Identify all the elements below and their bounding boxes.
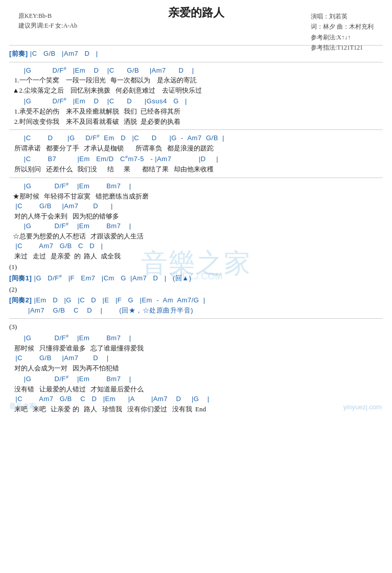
original-key: 原KEY:Bb-B bbox=[18, 11, 77, 21]
chorus-chord-2: |C G/B |Am7 D | bbox=[9, 201, 383, 211]
v1-chord-line-2: |G D/F# |Em D |C D |Gsus4 G | bbox=[9, 96, 383, 106]
section-3-a: |G D/F# |Em Bm7 | 那时候 只懂得爱谁最多 忘了谁最懂得爱我 |… bbox=[9, 333, 383, 373]
chorus-lyric-4: 来过 走过 是亲爱 的 路人 成全我 bbox=[9, 251, 383, 261]
interlude1-chords: [间奏1] |G D/F# |F Em7 |Cm G |Am7 D | (回▲) bbox=[9, 273, 383, 283]
divider-5 bbox=[9, 318, 383, 319]
pc-chord-1: |C D |G D/F# Em D |C D |G - Am7 G/B | bbox=[9, 133, 383, 143]
lyricist: 词：林夕 曲：木村充利 bbox=[311, 21, 374, 32]
meta-right: 演唱：刘若英 词：林夕 曲：木村充利 参考刷法:X↑↓↑ 参考指法:T121T1… bbox=[311, 11, 374, 53]
lyric-mark-1: (1) bbox=[9, 262, 383, 272]
chorus-chord-1: |G D/F# |Em Bm7 | bbox=[9, 181, 383, 191]
s3-chord-3: |G D/F# |Em Bm7 | bbox=[9, 374, 383, 384]
pre-chorus-2: |C B7 |Em Em/D C#m7-5 - |Am7 |D | 所以别问 还… bbox=[9, 154, 383, 174]
divider-4 bbox=[9, 178, 383, 178]
interlude2-chords-2: |Am7 G/B C D | (回★，☆处原曲升半音) bbox=[9, 305, 383, 316]
s3-chord-4: |C Am7 G/B C D |Em |A |Am7 D |G | bbox=[9, 394, 383, 404]
lyric-mark-2: (2) bbox=[9, 284, 383, 295]
v1-lyric-2b: 2.时间改变你我 来不及回看就看破 洒脱 是必要的执着 bbox=[9, 117, 383, 127]
meta-left: 原KEY:Bb-B 建议男调:E-F 女:A-Ab bbox=[18, 11, 77, 31]
v1-lyric-2a: 1.承受不起的伤 来不及痊癒就解脱 我们 已经各得其所 bbox=[9, 106, 383, 117]
chorus-1: |G D/F# |Em Bm7 | ★那时候 年轻得不甘寂寞 错把磨练当成折磨 … bbox=[9, 181, 383, 261]
chorus-chord-4: |C Am7 G/B C D | bbox=[9, 241, 383, 251]
mark-1: (1) bbox=[9, 262, 383, 272]
verse-1-chords-1: |G D/F# |Em D |C G/B |Am7 D | 1.一个一个笑窝 一… bbox=[9, 65, 383, 96]
mark-3: (3) bbox=[9, 322, 383, 332]
v1-lyric-1b: ▲2.尘埃落定之后 回忆别来挑拨 何必刻意难过 去证明快乐过 bbox=[9, 85, 383, 96]
interlude-2: [间奏2] |Em D |G |C D |E |F G |Em - Am Am7… bbox=[9, 295, 383, 315]
s3-chord-1: |G D/F# |Em Bm7 | bbox=[9, 333, 383, 343]
chorus-lyric-1: ★那时候 年轻得不甘寂寞 错把磨练当成折磨 bbox=[9, 191, 383, 202]
page: 音樂之家 YUEZJ.COM yinyuezj.com 音乐之家 原KEY:Bb… bbox=[0, 0, 392, 420]
s3-lyric-3: 没有错 让最爱的人错过 才知道最后爱什么 bbox=[9, 384, 383, 394]
pc-lyric-2: 所以别问 还差什么 我们没 结 果 都结了果 却由他来收穫 bbox=[9, 164, 383, 174]
pc-lyric-1: 所谓承诺 都要分了手 才承认是枷锁 所谓辜负 都是浪漫的蹉跎 bbox=[9, 143, 383, 153]
section-3-b: |G D/F# |Em Bm7 | 没有错 让最爱的人错过 才知道最后爱什么 |… bbox=[9, 374, 383, 414]
singer: 演唱：刘若英 bbox=[311, 11, 374, 21]
fingering: 参考指法:T121T121 bbox=[311, 42, 374, 53]
verse-1-chords-2: |G D/F# |Em D |C D |Gsus4 G | 1.承受不起的伤 来… bbox=[9, 96, 383, 126]
chorus-lyric-3: ☆总要为想爱的人不想话 才跟该爱的人生活 bbox=[9, 231, 383, 241]
s3-chord-2: |C G/B |Am7 D | bbox=[9, 353, 383, 363]
interlude2-chords-1: [间奏2] |Em D |G |C D |E |F G |Em - Am Am7… bbox=[9, 295, 383, 305]
divider-3 bbox=[9, 129, 383, 130]
s3-lyric-4: 来吧 来吧 让亲爱 的 路人 珍惜我 没有你们爱过 没有我 End bbox=[9, 404, 383, 414]
lyric-mark-3: (3) bbox=[9, 322, 383, 332]
v1-lyric-1a: 1.一个一个笑窝 一段一段泪光 每一次都以为 是永远的寄託 bbox=[9, 75, 383, 85]
divider-2 bbox=[9, 62, 383, 62]
pre-chorus-1: |C D |G D/F# Em D |C D |G - Am7 G/B | 所谓… bbox=[9, 133, 383, 153]
s3-lyric-1: 那时候 只懂得爱谁最多 忘了谁最懂得爱我 bbox=[9, 343, 383, 354]
v1-chord-line-1: |G D/F# |Em D |C G/B |Am7 D | bbox=[9, 65, 383, 76]
mark-2: (2) bbox=[9, 284, 383, 295]
suggest-key: 建议男调:E-F 女:A-Ab bbox=[18, 21, 77, 31]
interlude-1: [间奏1] |G D/F# |F Em7 |Cm G |Am7 D | (回▲) bbox=[9, 273, 383, 283]
s3-lyric-2: 对的人会成为一对 因为再不怕犯错 bbox=[9, 363, 383, 373]
chorus-chord-3: |G D/F# |Em Bm7 | bbox=[9, 221, 383, 231]
header-area: 原KEY:Bb-B 建议男调:E-F 女:A-Ab 亲爱的路人 演唱：刘若英 词… bbox=[9, 5, 383, 42]
pc-chord-2: |C B7 |Em Em/D C#m7-5 - |Am7 |D | bbox=[9, 154, 383, 164]
chorus-lyric-2: 对的人终于会来到 因为犯的错够多 bbox=[9, 211, 383, 222]
strumming: 参考刷法:X↑↓↑ bbox=[311, 32, 374, 42]
